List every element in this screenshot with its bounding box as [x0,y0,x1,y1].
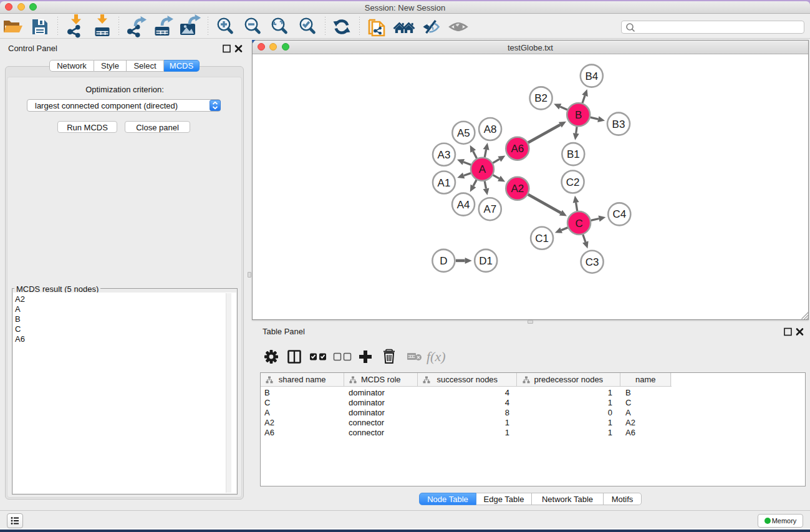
svg-text:A4: A4 [457,199,470,211]
svg-text:D: D [440,255,447,267]
svg-text:A5: A5 [457,127,470,139]
svg-text:C2: C2 [566,177,580,188]
svg-text:C1: C1 [535,233,549,244]
svg-text:B1: B1 [567,148,580,160]
svg-text:B4: B4 [585,70,598,82]
svg-text:A8: A8 [484,123,497,135]
svg-text:A6: A6 [511,143,524,155]
svg-text:B3: B3 [612,118,625,130]
svg-text:A: A [479,163,486,175]
svg-text:A3: A3 [438,149,451,161]
svg-text:C4: C4 [612,208,626,220]
svg-text:D1: D1 [479,255,493,267]
svg-text:f(x): f(x) [427,349,446,364]
svg-text:A2: A2 [511,183,524,195]
svg-text:A1: A1 [438,177,451,189]
svg-text:C3: C3 [586,256,599,268]
svg-text:B: B [575,109,582,121]
svg-text:C: C [575,218,582,230]
svg-text:A7: A7 [483,203,496,215]
svg-text:B2: B2 [534,92,547,104]
